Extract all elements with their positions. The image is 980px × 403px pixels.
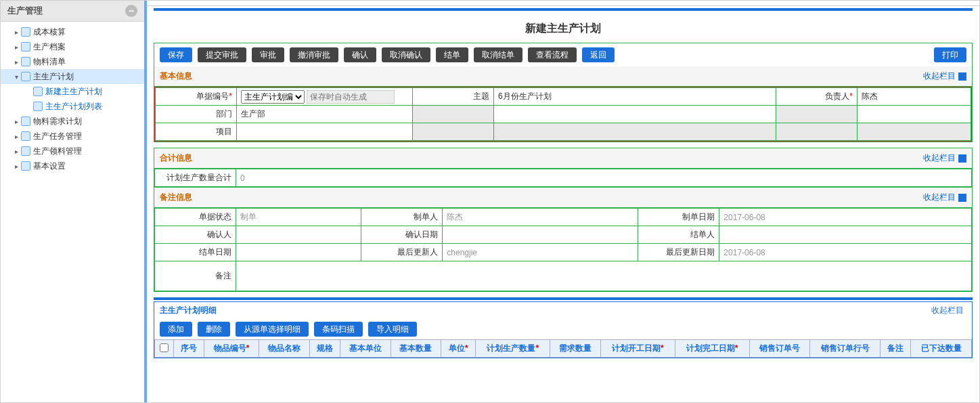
basic-info-table: 单据编号* 主生产计划编 主题 6月份生产计划 负责人* 陈杰 部门 生产部 bbox=[155, 87, 971, 141]
doc-no-input[interactable] bbox=[307, 90, 395, 104]
remark-table: 单据状态 制单 制单人 陈杰 制单日期 2017-06-08 确认人 确认日期 … bbox=[154, 208, 972, 291]
chevron-right-icon: ▸ bbox=[13, 148, 20, 155]
chevron-right-icon: ▸ bbox=[13, 58, 20, 66]
doc-icon bbox=[21, 146, 30, 156]
tree-item-mps[interactable]: ▾ 主生产计划 bbox=[1, 69, 144, 84]
tree-item-pick[interactable]: ▸ 生产领料管理 bbox=[1, 144, 144, 158]
confirmer-label: 确认人 bbox=[155, 226, 236, 244]
collapse-section-link[interactable]: 收起栏目 bbox=[923, 192, 966, 203]
main-content: 新建主生产计划 保存 提交审批 审批 撤消审批 确认 取消确认 结单 取消结单 … bbox=[147, 1, 979, 402]
print-button[interactable]: 打印 bbox=[934, 47, 966, 62]
close-button[interactable]: 结单 bbox=[436, 47, 468, 62]
make-date-label: 制单日期 bbox=[638, 209, 719, 226]
col-seq: 序号 bbox=[174, 340, 204, 358]
doc-no-label: 单据编号* bbox=[156, 88, 237, 106]
status-value: 制单 bbox=[236, 209, 361, 226]
doc-icon bbox=[21, 27, 30, 37]
doc-icon bbox=[21, 131, 30, 141]
detail-title: 主生产计划明细 bbox=[160, 305, 217, 316]
collapse-section-link[interactable]: 收起栏目 bbox=[923, 152, 966, 164]
divider-line bbox=[154, 297, 973, 300]
doc-icon bbox=[21, 116, 30, 126]
delete-row-button[interactable]: 删除 bbox=[198, 322, 230, 337]
closer-label: 结单人 bbox=[638, 226, 719, 244]
col-so-no: 销售订单号 bbox=[749, 340, 809, 358]
cancel-confirm-button[interactable]: 取消确认 bbox=[382, 47, 430, 62]
subject-value[interactable]: 6月份生产计划 bbox=[494, 88, 776, 106]
chevron-right-icon: ▸ bbox=[13, 133, 20, 140]
tree-item-cost[interactable]: ▸ 成本核算 bbox=[1, 24, 144, 39]
dept-label: 部门 bbox=[156, 106, 237, 123]
import-button[interactable]: 导入明细 bbox=[368, 322, 417, 337]
col-plan-qty: 计划生产数量* bbox=[476, 340, 550, 358]
remark-value[interactable] bbox=[236, 261, 972, 291]
back-button[interactable]: 返回 bbox=[582, 47, 615, 62]
project-label: 项目 bbox=[156, 123, 237, 141]
project-value[interactable] bbox=[237, 123, 413, 141]
confirm-date-label: 确认日期 bbox=[361, 226, 443, 244]
doc-icon bbox=[21, 161, 30, 171]
col-end-date: 计划完工日期* bbox=[675, 340, 749, 358]
section-label: 合计信息 bbox=[160, 152, 192, 164]
collapse-detail-link[interactable]: 收起栏目 bbox=[931, 305, 966, 316]
tree-item-task[interactable]: ▸ 生产任务管理 bbox=[1, 129, 144, 144]
tree-item-archive[interactable]: ▸ 生产档案 bbox=[1, 39, 144, 54]
dept-value[interactable]: 生产部 bbox=[237, 106, 413, 123]
submit-button[interactable]: 提交审批 bbox=[198, 47, 246, 62]
status-label: 单据状态 bbox=[155, 209, 236, 226]
sidebar-header: 生产管理 − bbox=[1, 1, 144, 22]
collapse-icon bbox=[958, 194, 966, 202]
col-base-qty: 基本数量 bbox=[391, 340, 441, 358]
tree-item-mps-new[interactable]: 新建主生产计划 bbox=[1, 84, 144, 99]
sidebar-title: 生产管理 bbox=[7, 5, 43, 17]
barcode-button[interactable]: 条码扫描 bbox=[314, 322, 363, 337]
tree-item-settings[interactable]: ▸ 基本设置 bbox=[1, 158, 144, 173]
from-source-button[interactable]: 从源单选择明细 bbox=[236, 322, 309, 337]
col-demand-qty: 需求数量 bbox=[550, 340, 601, 358]
subject-label: 主题 bbox=[413, 88, 494, 106]
progress-bar bbox=[154, 8, 973, 11]
collapse-icon bbox=[958, 72, 966, 81]
collapse-section-link[interactable]: 收起栏目 bbox=[923, 70, 966, 82]
col-remark: 备注 bbox=[881, 340, 911, 358]
doc-no-type-select[interactable]: 主生产计划编 bbox=[241, 90, 305, 104]
maker-label: 制单人 bbox=[361, 209, 443, 226]
doc-icon bbox=[21, 42, 30, 51]
toolbar: 保存 提交审批 审批 撤消审批 确认 取消确认 结单 取消结单 查看流程 返回 … bbox=[154, 43, 972, 66]
page-title: 新建主生产计划 bbox=[154, 18, 973, 43]
detail-table: 序号 物品编号* 物品名称 规格 基本单位 基本数量 单位* 计划生产数量* 需… bbox=[154, 339, 972, 358]
plan-qty-total-value: 0 bbox=[236, 169, 972, 187]
tree-item-mps-list[interactable]: 主生产计划列表 bbox=[1, 99, 144, 114]
close-date-label: 结单日期 bbox=[155, 244, 236, 261]
view-flow-button[interactable]: 查看流程 bbox=[528, 47, 577, 62]
col-item-no: 物品编号* bbox=[204, 340, 259, 358]
doc-icon bbox=[21, 72, 30, 81]
plan-qty-total-label: 计划生产数量合计 bbox=[155, 169, 236, 187]
remark-label: 备注 bbox=[155, 261, 236, 291]
chevron-right-icon: ▸ bbox=[13, 43, 20, 51]
cancel-close-button[interactable]: 取消结单 bbox=[474, 47, 522, 62]
section-label: 基本信息 bbox=[160, 70, 192, 82]
select-all-checkbox[interactable] bbox=[160, 343, 169, 352]
section-header-basic: 基本信息 收起栏目 bbox=[154, 66, 972, 87]
chevron-right-icon: ▸ bbox=[13, 163, 20, 170]
owner-label: 负责人* bbox=[776, 88, 857, 106]
tree-item-bom[interactable]: ▸ 物料清单 bbox=[1, 54, 144, 69]
doc-icon bbox=[33, 102, 43, 111]
approve-button[interactable]: 审批 bbox=[252, 47, 284, 62]
save-button[interactable]: 保存 bbox=[160, 47, 192, 62]
confirm-button[interactable]: 确认 bbox=[344, 47, 376, 62]
revoke-button[interactable]: 撤消审批 bbox=[290, 47, 338, 62]
sidebar-collapse-icon[interactable]: − bbox=[125, 5, 137, 17]
col-start-date: 计划开工日期* bbox=[600, 340, 675, 358]
sidebar: 生产管理 − ▸ 成本核算 ▸ 生产档案 ▸ 物料清单 ▾ 主生产计划 bbox=[1, 1, 147, 402]
collapse-icon bbox=[958, 154, 966, 163]
section-label: 备注信息 bbox=[160, 192, 192, 203]
owner-value[interactable]: 陈杰 bbox=[857, 88, 971, 106]
col-spec: 规格 bbox=[309, 340, 340, 358]
nav-tree: ▸ 成本核算 ▸ 生产档案 ▸ 物料清单 ▾ 主生产计划 新建主生产计 bbox=[1, 22, 144, 176]
add-row-button[interactable]: 添加 bbox=[160, 322, 192, 337]
col-so-line: 销售订单行号 bbox=[809, 340, 880, 358]
col-unit: 单位* bbox=[441, 340, 476, 358]
tree-item-mrp[interactable]: ▸ 物料需求计划 bbox=[1, 114, 144, 129]
